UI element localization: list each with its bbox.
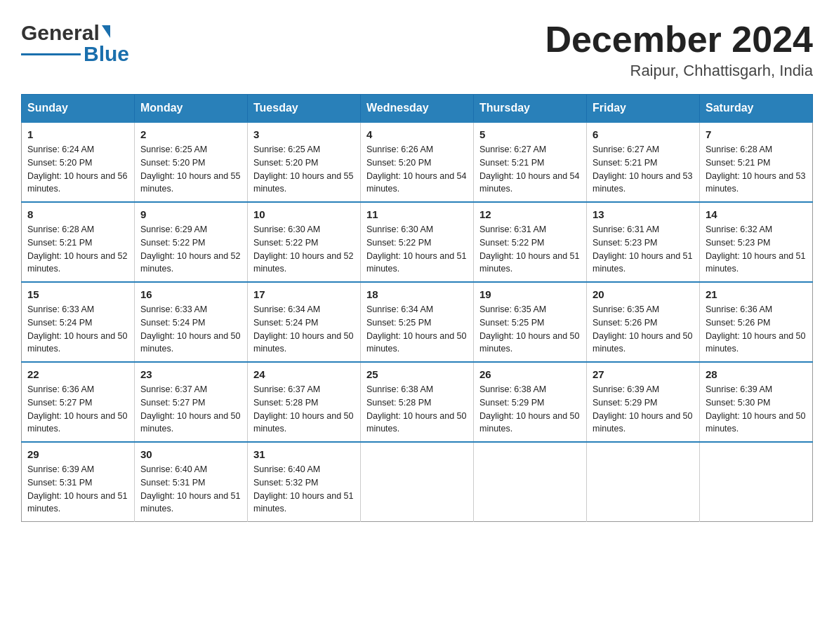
day-number: 1 xyxy=(27,128,128,140)
calendar-cell: 6Sunrise: 6:27 AMSunset: 5:21 PMDaylight… xyxy=(587,122,700,202)
calendar-cell: 13Sunrise: 6:31 AMSunset: 5:23 PMDayligh… xyxy=(587,202,700,282)
calendar-table: SundayMondayTuesdayWednesdayThursdayFrid… xyxy=(21,94,813,522)
calendar-cell: 20Sunrise: 6:35 AMSunset: 5:26 PMDayligh… xyxy=(587,282,700,362)
calendar-day-header-monday: Monday xyxy=(135,95,248,123)
calendar-cell: 18Sunrise: 6:34 AMSunset: 5:25 PMDayligh… xyxy=(361,282,474,362)
day-info: Sunrise: 6:25 AMSunset: 5:20 PMDaylight:… xyxy=(140,143,241,196)
calendar-cell: 10Sunrise: 6:30 AMSunset: 5:22 PMDayligh… xyxy=(248,202,361,282)
calendar-cell: 12Sunrise: 6:31 AMSunset: 5:22 PMDayligh… xyxy=(474,202,587,282)
day-number: 9 xyxy=(140,208,241,220)
day-info: Sunrise: 6:35 AMSunset: 5:26 PMDaylight:… xyxy=(593,303,694,356)
day-number: 3 xyxy=(253,128,355,140)
calendar-cell: 23Sunrise: 6:37 AMSunset: 5:27 PMDayligh… xyxy=(135,362,248,442)
calendar-cell: 15Sunrise: 6:33 AMSunset: 5:24 PMDayligh… xyxy=(22,282,135,362)
day-info: Sunrise: 6:28 AMSunset: 5:21 PMDaylight:… xyxy=(27,223,128,276)
day-number: 20 xyxy=(593,288,694,300)
logo: General Blue xyxy=(21,21,129,66)
day-number: 30 xyxy=(140,448,241,460)
logo-blue: Blue xyxy=(84,42,129,66)
day-info: Sunrise: 6:31 AMSunset: 5:23 PMDaylight:… xyxy=(593,223,694,276)
calendar-cell xyxy=(474,442,587,522)
day-number: 11 xyxy=(366,208,468,220)
calendar-cell: 16Sunrise: 6:33 AMSunset: 5:24 PMDayligh… xyxy=(135,282,248,362)
day-info: Sunrise: 6:37 AMSunset: 5:28 PMDaylight:… xyxy=(253,383,355,436)
calendar-day-header-thursday: Thursday xyxy=(474,95,587,123)
day-number: 27 xyxy=(593,368,694,380)
calendar-cell: 22Sunrise: 6:36 AMSunset: 5:27 PMDayligh… xyxy=(22,362,135,442)
calendar-cell: 7Sunrise: 6:28 AMSunset: 5:21 PMDaylight… xyxy=(700,122,813,202)
day-info: Sunrise: 6:25 AMSunset: 5:20 PMDaylight:… xyxy=(253,143,355,196)
day-info: Sunrise: 6:39 AMSunset: 5:31 PMDaylight:… xyxy=(27,463,128,516)
day-number: 19 xyxy=(479,288,581,300)
logo-underline xyxy=(21,53,81,55)
calendar-cell: 29Sunrise: 6:39 AMSunset: 5:31 PMDayligh… xyxy=(22,442,135,522)
day-info: Sunrise: 6:27 AMSunset: 5:21 PMDaylight:… xyxy=(479,143,581,196)
day-info: Sunrise: 6:32 AMSunset: 5:23 PMDaylight:… xyxy=(706,223,807,276)
calendar-cell: 2Sunrise: 6:25 AMSunset: 5:20 PMDaylight… xyxy=(135,122,248,202)
calendar-day-header-wednesday: Wednesday xyxy=(361,95,474,123)
calendar-week-row: 22Sunrise: 6:36 AMSunset: 5:27 PMDayligh… xyxy=(22,362,813,442)
day-info: Sunrise: 6:33 AMSunset: 5:24 PMDaylight:… xyxy=(140,303,241,356)
calendar-week-row: 15Sunrise: 6:33 AMSunset: 5:24 PMDayligh… xyxy=(22,282,813,362)
day-info: Sunrise: 6:24 AMSunset: 5:20 PMDaylight:… xyxy=(27,143,128,196)
day-number: 28 xyxy=(706,368,807,380)
calendar-cell: 28Sunrise: 6:39 AMSunset: 5:30 PMDayligh… xyxy=(700,362,813,442)
calendar-cell xyxy=(361,442,474,522)
logo-triangle-icon xyxy=(102,25,110,38)
month-year-title: December 2024 xyxy=(545,21,813,58)
calendar-day-header-saturday: Saturday xyxy=(700,95,813,123)
day-number: 10 xyxy=(253,208,355,220)
calendar-cell: 11Sunrise: 6:30 AMSunset: 5:22 PMDayligh… xyxy=(361,202,474,282)
day-info: Sunrise: 6:39 AMSunset: 5:30 PMDaylight:… xyxy=(706,383,807,436)
calendar-week-row: 29Sunrise: 6:39 AMSunset: 5:31 PMDayligh… xyxy=(22,442,813,522)
calendar-header-row: SundayMondayTuesdayWednesdayThursdayFrid… xyxy=(22,95,813,123)
day-info: Sunrise: 6:26 AMSunset: 5:20 PMDaylight:… xyxy=(366,143,468,196)
day-info: Sunrise: 6:36 AMSunset: 5:26 PMDaylight:… xyxy=(706,303,807,356)
calendar-cell xyxy=(587,442,700,522)
day-number: 26 xyxy=(479,368,581,380)
day-number: 5 xyxy=(479,128,581,140)
day-number: 24 xyxy=(253,368,355,380)
day-info: Sunrise: 6:34 AMSunset: 5:25 PMDaylight:… xyxy=(366,303,468,356)
calendar-cell: 26Sunrise: 6:38 AMSunset: 5:29 PMDayligh… xyxy=(474,362,587,442)
calendar-cell: 27Sunrise: 6:39 AMSunset: 5:29 PMDayligh… xyxy=(587,362,700,442)
calendar-cell: 30Sunrise: 6:40 AMSunset: 5:31 PMDayligh… xyxy=(135,442,248,522)
day-info: Sunrise: 6:36 AMSunset: 5:27 PMDaylight:… xyxy=(27,383,128,436)
day-number: 8 xyxy=(27,208,128,220)
day-info: Sunrise: 6:27 AMSunset: 5:21 PMDaylight:… xyxy=(593,143,694,196)
calendar-cell: 25Sunrise: 6:38 AMSunset: 5:28 PMDayligh… xyxy=(361,362,474,442)
day-info: Sunrise: 6:28 AMSunset: 5:21 PMDaylight:… xyxy=(706,143,807,196)
calendar-day-header-tuesday: Tuesday xyxy=(248,95,361,123)
calendar-cell: 9Sunrise: 6:29 AMSunset: 5:22 PMDaylight… xyxy=(135,202,248,282)
day-info: Sunrise: 6:37 AMSunset: 5:27 PMDaylight:… xyxy=(140,383,241,436)
header-title-block: December 2024 Raipur, Chhattisgarh, Indi… xyxy=(545,21,813,80)
calendar-cell: 17Sunrise: 6:34 AMSunset: 5:24 PMDayligh… xyxy=(248,282,361,362)
day-number: 4 xyxy=(366,128,468,140)
calendar-cell: 5Sunrise: 6:27 AMSunset: 5:21 PMDaylight… xyxy=(474,122,587,202)
day-number: 14 xyxy=(706,208,807,220)
calendar-cell: 21Sunrise: 6:36 AMSunset: 5:26 PMDayligh… xyxy=(700,282,813,362)
calendar-cell: 24Sunrise: 6:37 AMSunset: 5:28 PMDayligh… xyxy=(248,362,361,442)
location-subtitle: Raipur, Chhattisgarh, India xyxy=(545,62,813,80)
day-number: 17 xyxy=(253,288,355,300)
day-number: 25 xyxy=(366,368,468,380)
day-number: 6 xyxy=(593,128,694,140)
logo-general: General xyxy=(21,21,100,45)
calendar-week-row: 1Sunrise: 6:24 AMSunset: 5:20 PMDaylight… xyxy=(22,122,813,202)
day-info: Sunrise: 6:29 AMSunset: 5:22 PMDaylight:… xyxy=(140,223,241,276)
day-info: Sunrise: 6:34 AMSunset: 5:24 PMDaylight:… xyxy=(253,303,355,356)
day-info: Sunrise: 6:38 AMSunset: 5:28 PMDaylight:… xyxy=(366,383,468,436)
day-number: 18 xyxy=(366,288,468,300)
calendar-cell: 1Sunrise: 6:24 AMSunset: 5:20 PMDaylight… xyxy=(22,122,135,202)
day-number: 23 xyxy=(140,368,241,380)
day-info: Sunrise: 6:33 AMSunset: 5:24 PMDaylight:… xyxy=(27,303,128,356)
calendar-cell: 19Sunrise: 6:35 AMSunset: 5:25 PMDayligh… xyxy=(474,282,587,362)
calendar-cell: 14Sunrise: 6:32 AMSunset: 5:23 PMDayligh… xyxy=(700,202,813,282)
calendar-day-header-friday: Friday xyxy=(587,95,700,123)
day-number: 16 xyxy=(140,288,241,300)
day-number: 21 xyxy=(706,288,807,300)
calendar-cell: 4Sunrise: 6:26 AMSunset: 5:20 PMDaylight… xyxy=(361,122,474,202)
day-info: Sunrise: 6:38 AMSunset: 5:29 PMDaylight:… xyxy=(479,383,581,436)
calendar-cell: 31Sunrise: 6:40 AMSunset: 5:32 PMDayligh… xyxy=(248,442,361,522)
day-info: Sunrise: 6:40 AMSunset: 5:32 PMDaylight:… xyxy=(253,463,355,516)
